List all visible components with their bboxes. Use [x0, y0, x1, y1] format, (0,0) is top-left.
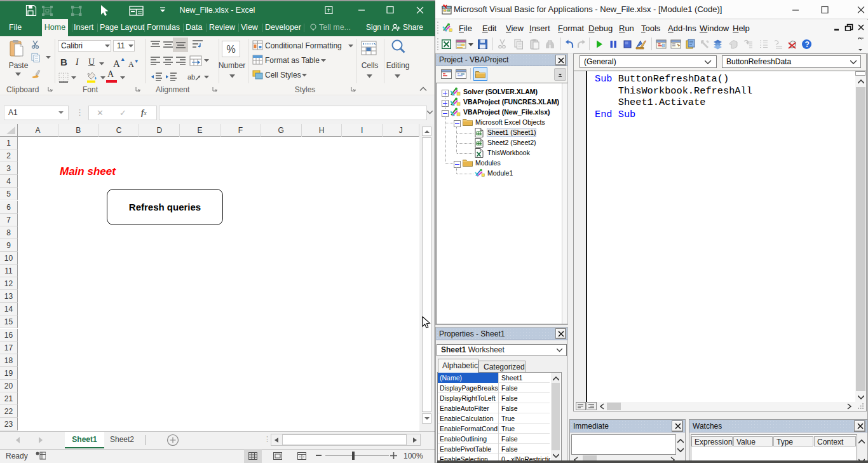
svg-text:?: ?	[805, 40, 810, 49]
svg-text:ab: ab	[187, 73, 195, 81]
